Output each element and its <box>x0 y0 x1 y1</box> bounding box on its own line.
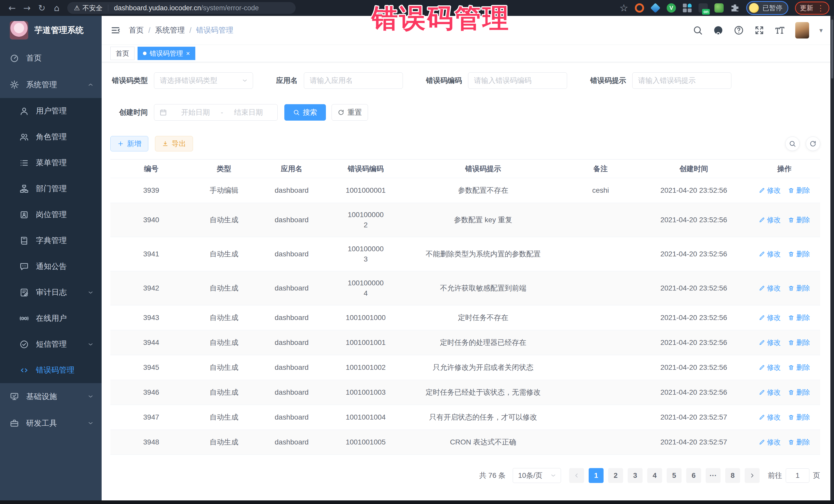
tab-error-code[interactable]: 错误码管理 × <box>137 47 195 60</box>
browser-back-icon[interactable]: ← <box>5 3 20 13</box>
user-avatar[interactable] <box>795 22 809 39</box>
next-page-button[interactable] <box>745 468 760 483</box>
table-row[interactable]: 3941 自动生成 dashboard 100100000 3 不能删除类型为系… <box>110 237 820 271</box>
page-button[interactable]: 8 <box>725 468 740 483</box>
edit-link[interactable]: 修改 <box>759 412 781 422</box>
not-secure-badge[interactable]: ⚠ 不安全 <box>74 4 103 13</box>
delete-link[interactable]: 删除 <box>788 283 810 293</box>
avatar-caret-icon[interactable]: ▾ <box>819 26 823 34</box>
edit-link[interactable]: 修改 <box>759 215 781 225</box>
goto-page-input[interactable] <box>786 468 809 483</box>
prev-page-button[interactable] <box>569 468 584 483</box>
sidebar-item-posts[interactable]: 岗位管理 <box>0 202 102 227</box>
puzzle-extensions-icon[interactable] <box>730 3 740 13</box>
page-button[interactable]: 6 <box>686 468 701 483</box>
page-button[interactable]: 4 <box>647 468 662 483</box>
table-row[interactable]: 3948 自动生成 dashboard 1001001005 CRON 表达式不… <box>110 430 820 455</box>
table-row[interactable]: 3946 自动生成 dashboard 1001001003 定时任务已经处于该… <box>110 380 820 405</box>
table-row[interactable]: 3945 自动生成 dashboard 1001001002 只允许修改为开启或… <box>110 355 820 380</box>
browser-forward-icon[interactable]: → <box>20 3 35 13</box>
fullscreen-icon[interactable] <box>754 25 765 36</box>
edit-link[interactable]: 修改 <box>759 185 781 196</box>
page-button[interactable]: 5 <box>667 468 682 483</box>
app-logo-row[interactable]: 芋道管理系统 <box>0 16 102 45</box>
bookmark-star-icon[interactable]: ☆ <box>619 2 628 14</box>
sidebar-item-dictionary[interactable]: 字典管理 <box>0 227 102 254</box>
delete-link[interactable]: 删除 <box>788 387 810 397</box>
table-row[interactable]: 3944 自动生成 dashboard 1001001001 定时任务的处理器已… <box>110 330 820 355</box>
hamburger-collapse-icon[interactable] <box>110 25 120 36</box>
delete-link[interactable]: 删除 <box>788 249 810 259</box>
sidebar-item-dev-tools[interactable]: 研发工具 <box>0 410 102 437</box>
breadcrumb-home[interactable]: 首页 <box>129 25 144 36</box>
tab-close-icon[interactable]: × <box>186 50 190 57</box>
breadcrumb-system[interactable]: 系统管理 <box>155 25 185 36</box>
sidebar-item-system[interactable]: 系统管理 <box>0 71 102 98</box>
page-button[interactable]: 3 <box>628 468 642 483</box>
edit-link[interactable]: 修改 <box>759 249 781 259</box>
edit-link[interactable]: 修改 <box>759 283 781 293</box>
delete-link[interactable]: 删除 <box>788 363 810 373</box>
table-row[interactable]: 3939 手动编辑 dashboard 1001000001 参数配置不存在 c… <box>110 178 820 203</box>
extension-icon-orange-ring[interactable] <box>635 3 644 13</box>
edit-link[interactable]: 修改 <box>759 363 781 373</box>
edit-link[interactable]: 修改 <box>759 312 781 323</box>
edit-link[interactable]: 修改 <box>759 337 781 348</box>
window-scrollbar[interactable] <box>830 16 834 500</box>
more-menu-icon[interactable]: ⋮ <box>817 4 825 13</box>
sidebar-item-error-code[interactable]: 错误码管理 <box>0 357 102 383</box>
delete-link[interactable]: 删除 <box>788 437 810 447</box>
sidebar-item-departments[interactable]: 部门管理 <box>0 176 102 202</box>
delete-link[interactable]: 删除 <box>788 412 810 422</box>
github-icon[interactable] <box>713 25 723 36</box>
table-row[interactable]: 3947 自动生成 dashboard 1001001004 只有开启状态的任务… <box>110 405 820 430</box>
delete-link[interactable]: 删除 <box>788 337 810 348</box>
table-row[interactable]: 3942 自动生成 dashboard 100100000 4 不允许获取敏感配… <box>110 271 820 305</box>
date-range-picker[interactable]: 开始日期 - 结束日期 <box>154 104 278 120</box>
browser-profile-paused[interactable]: 已暂停 <box>746 1 788 15</box>
sidebar-item-audit-log[interactable]: 审计日志 <box>0 280 102 305</box>
table-row[interactable]: 3940 自动生成 dashboard 100100000 2 参数配置 key… <box>110 203 820 237</box>
font-size-icon[interactable] <box>775 25 785 36</box>
sidebar-item-infrastructure[interactable]: 基础设施 <box>0 383 102 410</box>
sidebar-item-home[interactable]: 首页 <box>0 45 102 71</box>
sidebar-item-online-users[interactable]: 在线用户 <box>0 305 102 331</box>
page-button[interactable]: ··· <box>706 468 721 483</box>
page-button[interactable]: 2 <box>608 468 623 483</box>
export-button[interactable]: 导出 <box>155 136 193 151</box>
table-row[interactable]: 3943 自动生成 dashboard 1001001000 定时任务不存在 2… <box>110 305 820 330</box>
sidebar-item-sms[interactable]: 短信管理 <box>0 331 102 357</box>
error-code-input[interactable] <box>468 72 567 89</box>
extension-icon-green-blob[interactable] <box>715 3 724 13</box>
error-hint-input[interactable] <box>632 72 731 89</box>
browser-home-icon[interactable]: ⌂ <box>49 3 64 13</box>
search-button[interactable]: 搜索 <box>284 104 326 120</box>
extension-icon-tab-squares[interactable] <box>683 3 692 13</box>
tab-home[interactable]: 首页 <box>110 47 134 60</box>
help-icon[interactable] <box>734 25 744 36</box>
show-search-button[interactable] <box>785 136 799 151</box>
extension-icon-green-v[interactable]: V <box>667 3 676 13</box>
delete-link[interactable]: 删除 <box>788 185 810 196</box>
delete-link[interactable]: 删除 <box>788 312 810 323</box>
search-icon[interactable] <box>693 25 703 36</box>
edit-link[interactable]: 修改 <box>759 437 781 447</box>
delete-link[interactable]: 删除 <box>788 215 810 225</box>
sidebar-item-menus[interactable]: 菜单管理 <box>0 150 102 176</box>
edit-link[interactable]: 修改 <box>759 387 781 397</box>
sidebar-item-notices[interactable]: 通知公告 <box>0 254 102 280</box>
address-bar[interactable]: ⚠ 不安全 dashboard.yudao.iocoder.cn /system… <box>67 2 295 14</box>
page-size-select[interactable]: 10条/页 <box>513 468 561 483</box>
refresh-table-button[interactable] <box>806 136 820 151</box>
sidebar-item-roles[interactable]: 角色管理 <box>0 124 102 150</box>
browser-update-button[interactable]: 更新 ⋮ <box>795 2 829 15</box>
add-button[interactable]: 新增 <box>110 136 148 151</box>
app-name-input[interactable] <box>304 72 403 89</box>
page-button[interactable]: 1 <box>589 468 603 483</box>
scrollbar-thumb[interactable] <box>831 20 833 79</box>
extension-icon-dark-on[interactable]: on <box>699 3 708 13</box>
error-type-select[interactable]: 请选择错误码类型 <box>154 72 253 89</box>
extension-icon-blue-gem[interactable] <box>651 3 660 13</box>
sidebar-item-users[interactable]: 用户管理 <box>0 98 102 124</box>
reset-button[interactable]: 重置 <box>332 104 368 120</box>
